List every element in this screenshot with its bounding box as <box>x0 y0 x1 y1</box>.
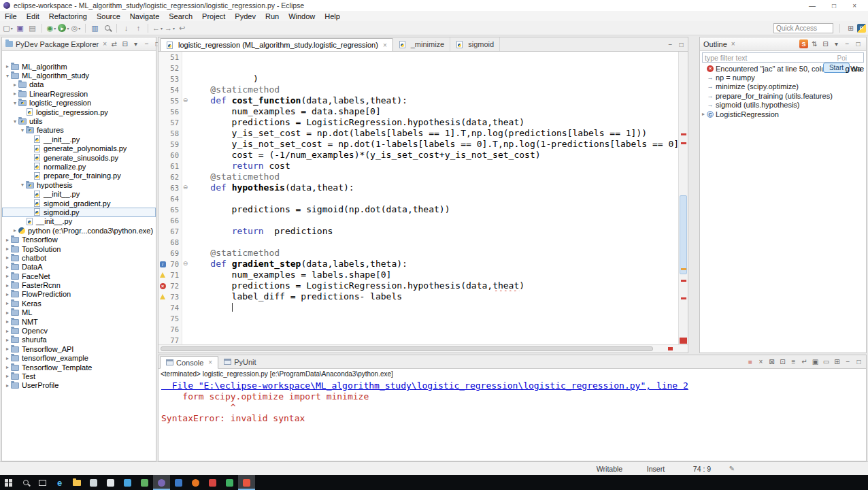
close-tab-icon[interactable]: × <box>383 42 387 49</box>
tree-item-ml-algorithm[interactable]: ▸ML_algorithm <box>2 62 156 71</box>
expand-arrow-icon[interactable]: ▸ <box>4 373 11 379</box>
tree-item-utils[interactable]: ▾utils <box>2 116 156 125</box>
taskbar-app-orange[interactable] <box>187 475 204 490</box>
tree-item-opencv[interactable]: ▸Opencv <box>2 326 156 335</box>
collapse-arrow-icon[interactable]: ▾ <box>12 100 18 106</box>
console-stacktrace-link[interactable]: File "E:\eclipse-workspace\ML_algorithm_… <box>161 380 866 391</box>
minimize-view-icon[interactable]: − <box>843 39 852 48</box>
tree-item-features[interactable]: ▾features <box>2 126 156 135</box>
tree-item-facenet[interactable]: ▸FaceNet <box>2 272 156 280</box>
profile-button[interactable]: ◎▾ <box>70 22 82 34</box>
tree-item-linearregression[interactable]: ▸LinearRegression <box>2 89 156 98</box>
editor-line-77[interactable]: 77 <box>158 335 678 344</box>
expand-arrow-icon[interactable]: ▸ <box>4 337 11 343</box>
tree-item-logistic-regression-py[interactable]: logistic_regression.py <box>2 108 156 116</box>
expand-arrow-icon[interactable]: ▸ <box>4 255 11 261</box>
console-output[interactable]: File "E:\eclipse-workspace\ML_algorithm_… <box>158 379 866 461</box>
tree-item-nmt[interactable]: ▸NMT <box>2 317 156 326</box>
recorder-logo-icon[interactable]: S <box>799 39 808 48</box>
expand-arrow-icon[interactable]: ▸ <box>4 310 11 316</box>
collapse-all-icon[interactable]: ⊟ <box>120 39 129 48</box>
editor-line-69[interactable]: 69 @staticmethod <box>158 248 678 259</box>
tree-item-init-py[interactable]: __init__.py <box>2 189 156 198</box>
print-button[interactable]: ▤ <box>27 22 38 34</box>
expand-arrow-icon[interactable]: ▸ <box>4 63 11 69</box>
tree-item-chatbot[interactable]: ▸chatbot <box>2 253 156 262</box>
tree-item-fasterrcnn[interactable]: ▸FasterRcnn <box>2 280 156 289</box>
editor-line-74[interactable]: 74 <box>158 302 678 313</box>
close-window-button[interactable]: × <box>852 2 856 10</box>
taskbar-app-mail[interactable] <box>102 475 119 490</box>
outline-item-prepare-for-training-utils-features[interactable]: →prepare_for_training (utils.features) <box>700 91 866 100</box>
view-menu-icon[interactable]: ▾ <box>131 39 140 48</box>
tree-item-tensorflow-template[interactable]: ▸Tensorflow_Template <box>2 363 156 372</box>
minimize-view-icon[interactable]: − <box>666 40 675 49</box>
maximize-view-icon[interactable]: □ <box>677 40 686 49</box>
sort-icon[interactable]: ⇅ <box>810 39 819 48</box>
tree-item-userprofile[interactable]: ▸UserProfile <box>2 381 156 390</box>
open-perspective-icon[interactable]: ⊞ <box>846 24 855 33</box>
annotation-mark[interactable] <box>681 268 686 270</box>
clear-console-icon[interactable]: ⊡ <box>778 357 787 366</box>
annotation-mark[interactable] <box>681 133 686 135</box>
menu-run[interactable]: Run <box>261 12 284 20</box>
start-button[interactable] <box>0 475 17 490</box>
editor-line-65[interactable]: 65 predictions = sigmoid(np.dot(data,the… <box>158 204 678 215</box>
open-console-icon[interactable]: ⊞ <box>833 357 841 366</box>
tree-item-tensorflow[interactable]: ▸Tensorflow <box>2 235 156 244</box>
tree-item-logistic-regression[interactable]: ▾logistic_regression <box>2 99 156 108</box>
tree-item-generate-polynomials-py[interactable]: generate_polynomials.py <box>2 144 156 153</box>
new-module-button[interactable]: ▥ <box>89 22 101 34</box>
view-menu-icon[interactable]: ▾ <box>832 39 841 48</box>
menu-refactoring[interactable]: Refactoring <box>44 12 92 20</box>
console-tab-console[interactable]: Console× <box>160 356 218 369</box>
expand-arrow-icon[interactable]: ▸ <box>4 318 11 325</box>
editor-line-68[interactable]: 68 <box>158 237 678 248</box>
editor-tab-minimize[interactable]: _minimize <box>393 37 451 51</box>
tree-item-normalize-py[interactable]: normalize.py <box>2 162 156 171</box>
tree-item-ml[interactable]: ▸ML <box>2 308 156 317</box>
maximize-view-icon[interactable]: □ <box>854 357 863 366</box>
annotation-mark[interactable] <box>681 297 686 299</box>
outline-item-sigmoid-utils-hypothesis[interactable]: →sigmoid (utils.hypothesis) <box>700 101 866 110</box>
editor-line-70[interactable]: i70⊖ def gradient_step(data,labels,theta… <box>158 259 678 270</box>
expand-arrow-icon[interactable]: ▸ <box>4 328 11 334</box>
tree-item-init-py[interactable]: __init__.py <box>2 217 156 226</box>
expand-arrow-icon[interactable]: ▸ <box>4 264 11 270</box>
minimize-view-icon[interactable]: − <box>844 357 852 366</box>
tree-item-init-py[interactable]: __init__.py <box>2 135 156 144</box>
editor-line-76[interactable]: 76 <box>158 324 678 335</box>
editor-line-53[interactable]: 53 ) <box>158 74 678 84</box>
tree-item-test[interactable]: ▸Test <box>2 372 156 380</box>
expand-arrow-icon[interactable]: ▸ <box>4 291 11 297</box>
console-tab-pyunit[interactable]: PyUnit <box>218 355 261 368</box>
expand-arrow-icon[interactable]: ▸ <box>12 82 18 88</box>
editor-vscroll-thumb[interactable] <box>680 195 687 274</box>
next-annotation-button[interactable]: ↓ <box>120 22 132 34</box>
new-button[interactable]: ▢▾ <box>2 22 14 34</box>
menu-pydev[interactable]: Pydev <box>230 12 261 20</box>
taskbar-app-edge[interactable]: e <box>51 475 68 490</box>
tree-item-shurufa[interactable]: ▸shurufa <box>2 336 156 344</box>
tree-item-hypothesis[interactable]: ▾hypothesis <box>2 180 156 189</box>
outline-item-logisticregression[interactable]: ▸CLogisticRegression <box>700 110 866 118</box>
fold-marker-icon[interactable]: ⊖ <box>182 259 189 270</box>
editor-line-61[interactable]: 61 return cost <box>158 161 678 172</box>
link-with-editor-icon[interactable]: ⇄ <box>110 39 118 48</box>
word-wrap-icon[interactable]: ↵ <box>800 357 809 366</box>
collapse-arrow-icon[interactable]: ▾ <box>4 73 11 79</box>
editor-line-73[interactable]: 73 label_diff = predictions- labels <box>158 291 678 302</box>
editor-line-56[interactable]: 56 num_examples = data.shape[0] <box>158 106 678 117</box>
taskbar-app-file-explorer[interactable] <box>68 475 85 490</box>
editor-line-57[interactable]: 57 predictions = LogisticRegression.hypo… <box>158 117 678 128</box>
taskbar-search-button[interactable] <box>17 475 34 490</box>
pin-console-icon[interactable]: ▣ <box>811 357 820 366</box>
tree-item-ml-algorithm-study[interactable]: ▾ML_algorithm_study <box>2 71 156 80</box>
editor-line-62[interactable]: 62 @staticmethod <box>158 172 678 182</box>
expand-arrow-icon[interactable]: ▸ <box>4 246 11 252</box>
expand-arrow-icon[interactable]: ▸ <box>4 382 11 389</box>
minimize-view-icon[interactable]: − <box>142 39 151 48</box>
editor-line-66[interactable]: 66 <box>158 215 678 226</box>
previous-annotation-button[interactable]: ↑ <box>133 22 144 34</box>
taskbar-app-blue[interactable] <box>170 475 187 490</box>
